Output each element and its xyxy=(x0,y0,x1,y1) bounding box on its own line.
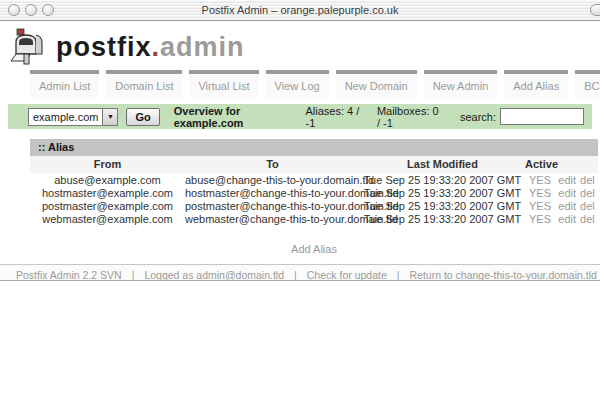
tab-admin-list[interactable]: Admin List xyxy=(30,70,99,99)
delete-link[interactable]: del xyxy=(580,174,595,186)
col-header-ops xyxy=(555,156,598,173)
col-header-modified: Last Modified xyxy=(360,156,525,173)
logo-text-postfix: postfix xyxy=(56,32,152,62)
delete-link[interactable]: del xyxy=(580,200,595,212)
page-footer: Postfix Admin 2.2 SVN|Logged as admin@do… xyxy=(0,264,600,280)
tab-domain-list[interactable]: Domain List xyxy=(106,70,182,99)
window-title: Postfix Admin – orange.palepurple.co.uk xyxy=(0,4,600,16)
window-titlebar: Postfix Admin – orange.palepurple.co.uk xyxy=(0,0,600,21)
search-input[interactable] xyxy=(500,108,584,125)
alias-from: hostmaster@example.com xyxy=(30,186,185,199)
domain-select-value: example.com xyxy=(29,109,102,125)
aliases-count: Aliases: 4 / -1 xyxy=(306,105,361,129)
col-header-from: From xyxy=(30,156,185,173)
app-logo-text: postfix.admin xyxy=(56,32,245,63)
edit-link[interactable]: edit xyxy=(558,213,576,225)
footer-separator: | xyxy=(294,269,297,280)
tab-virtual-list[interactable]: Virtual List xyxy=(189,70,258,99)
alias-section: :: Alias From To Last Modified Active ab… xyxy=(30,139,598,225)
alias-active-toggle[interactable]: YES xyxy=(525,199,555,212)
table-row: abuse@example.com abuse@change-this-to-y… xyxy=(30,173,598,186)
alias-active-toggle[interactable]: YES xyxy=(525,186,555,199)
alias-modified: Tue Sep 25 19:33:20 2007 GMT xyxy=(360,199,525,212)
alias-to: abuse@change-this-to-your.domain.tld xyxy=(185,173,360,186)
add-alias-link[interactable]: Add Alias xyxy=(291,243,337,255)
alias-modified: Tue Sep 25 19:33:20 2007 GMT xyxy=(360,186,525,199)
window-controls xyxy=(8,4,54,16)
close-window-button[interactable] xyxy=(8,4,20,16)
alias-table: From To Last Modified Active abuse@examp… xyxy=(30,156,598,225)
tab-view-log[interactable]: View Log xyxy=(266,70,329,99)
logo-text-admin: admin xyxy=(160,32,245,62)
domain-toolbar: example.com ▼ Go Overview for example.co… xyxy=(8,104,592,129)
browser-window: Postfix Admin – orange.palepurple.co.uk … xyxy=(0,0,600,281)
alias-modified: Tue Sep 25 19:33:20 2007 GMT xyxy=(360,173,525,186)
logo-text-dot: . xyxy=(152,32,161,62)
edit-link[interactable]: edit xyxy=(558,200,576,212)
toolbar-toggle-button[interactable] xyxy=(590,4,600,16)
mailboxes-count: Mailboxes: 0 / -1 xyxy=(377,105,444,129)
alias-to: postmaster@change-this-to-your.domain.tl… xyxy=(185,199,360,212)
overview-label: Overview for example.com xyxy=(174,105,290,129)
alias-section-title: :: Alias xyxy=(30,139,598,156)
col-header-active: Active xyxy=(525,156,555,173)
add-alias-row: Add Alias xyxy=(30,239,598,257)
alias-table-header-row: From To Last Modified Active xyxy=(30,156,598,173)
tab-add-alias[interactable]: Add Alias xyxy=(504,70,568,99)
edit-link[interactable]: edit xyxy=(558,174,576,186)
alias-to: hostmaster@change-this-to-your.domain.tl… xyxy=(185,186,360,199)
alias-from: postmaster@example.com xyxy=(30,199,185,212)
go-button[interactable]: Go xyxy=(126,108,159,126)
footer-check-update-link[interactable]: Check for update xyxy=(307,269,387,280)
table-row: hostmaster@example.com hostmaster@change… xyxy=(30,186,598,199)
table-row: postmaster@example.com postmaster@change… xyxy=(30,199,598,212)
footer-links: Postfix Admin 2.2 SVN|Logged as admin@do… xyxy=(0,265,600,280)
zoom-window-button[interactable] xyxy=(42,4,54,16)
footer-return-link[interactable]: Return to change-this-to-your.domain.tld xyxy=(409,269,596,280)
delete-link[interactable]: del xyxy=(580,213,595,225)
alias-active-toggle[interactable]: YES xyxy=(525,173,555,186)
footer-separator: | xyxy=(132,269,135,280)
edit-link[interactable]: edit xyxy=(558,187,576,199)
col-header-to: To xyxy=(185,156,360,173)
tab-new-domain[interactable]: New Domain xyxy=(336,70,417,99)
table-row: webmaster@example.com webmaster@change-t… xyxy=(30,212,598,225)
tab-new-admin[interactable]: New Admin xyxy=(424,70,498,99)
alias-active-toggle[interactable]: YES xyxy=(525,212,555,225)
chevron-down-icon: ▼ xyxy=(102,109,117,125)
tab-bc-message[interactable]: BC message xyxy=(575,70,600,99)
search-label: search: xyxy=(460,111,496,123)
alias-to: webmaster@change-this-to-your.domain.tld xyxy=(185,212,360,225)
footer-logged-as-link[interactable]: Logged as admin@domain.tld xyxy=(144,269,284,280)
alias-modified: Tue Sep 25 19:33:20 2007 GMT xyxy=(360,212,525,225)
footer-separator: | xyxy=(397,269,400,280)
app-header: postfix.admin xyxy=(0,21,600,67)
alias-from: webmaster@example.com xyxy=(30,212,185,225)
main-nav: Admin List Domain List Virtual List View… xyxy=(30,70,600,99)
minimize-window-button[interactable] xyxy=(25,4,37,16)
alias-from: abuse@example.com xyxy=(30,173,185,186)
footer-version: Postfix Admin 2.2 SVN xyxy=(16,269,122,280)
mailbox-logo-icon xyxy=(8,28,48,66)
delete-link[interactable]: del xyxy=(580,187,595,199)
domain-select[interactable]: example.com ▼ xyxy=(28,108,118,126)
